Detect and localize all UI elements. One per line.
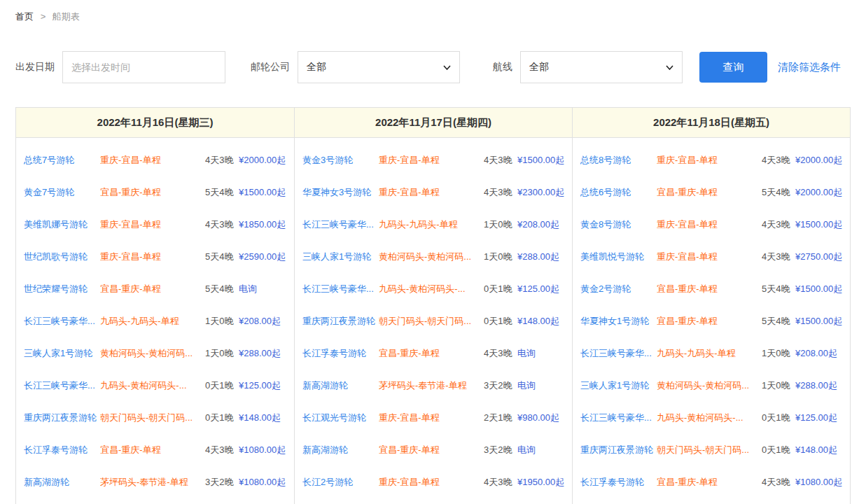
ship-name-link[interactable]: 长江三峡号豪华... (24, 315, 100, 328)
route-link[interactable]: 重庆-宜昌-单程 (100, 154, 205, 167)
route-link[interactable]: 宜昌-重庆-单程 (657, 315, 762, 328)
route-link[interactable]: 重庆-宜昌-单程 (657, 251, 762, 263)
route-link[interactable]: 朝天门码头-朝天门码... (100, 412, 205, 424)
price-link[interactable]: ¥1500.00起 (795, 218, 850, 231)
route-link[interactable]: 重庆-宜昌-单程 (100, 251, 205, 263)
price-link[interactable]: ¥148.00起 (239, 412, 294, 424)
route-link[interactable]: 朝天门码头-朝天门码... (379, 315, 484, 328)
ship-name-link[interactable]: 三峡人家1号游轮 (24, 347, 100, 360)
route-link[interactable]: 九码头-黄柏河码头-... (100, 379, 205, 392)
route-link[interactable]: 宜昌-重庆-单程 (657, 283, 762, 295)
ship-name-link[interactable]: 黄金7号游轮 (24, 186, 100, 199)
route-link[interactable]: 茅坪码头-奉节港-单程 (379, 379, 484, 392)
price-link[interactable]: ¥2590.00起 (239, 251, 294, 263)
price-link[interactable]: ¥125.00起 (517, 283, 572, 295)
route-link[interactable]: 重庆-宜昌-单程 (657, 154, 762, 167)
route-link[interactable]: 宜昌-重庆-单程 (657, 476, 762, 489)
route-link[interactable]: 重庆-宜昌-单程 (379, 186, 484, 199)
ship-name-link[interactable]: 长江孚泰号游轮 (302, 347, 379, 360)
route-link[interactable]: 重庆-宜昌-单程 (100, 218, 205, 231)
route-link[interactable]: 重庆-宜昌-单程 (657, 218, 762, 231)
ship-name-link[interactable]: 美维凯娜号游轮 (24, 218, 100, 231)
ship-name-link[interactable]: 华夏神女1号游轮 (580, 315, 657, 328)
ship-name-link[interactable]: 长江三峡号豪华... (24, 379, 100, 392)
price-link[interactable]: 电询 (517, 444, 572, 456)
ship-name-link[interactable]: 三峡人家1号游轮 (580, 379, 657, 392)
price-link[interactable]: ¥2000.00起 (795, 186, 850, 199)
price-link[interactable]: ¥1500.00起 (795, 315, 850, 328)
price-link[interactable]: ¥208.00起 (239, 315, 294, 328)
ship-name-link[interactable]: 黄金2号游轮 (580, 283, 657, 295)
price-link[interactable]: ¥125.00起 (795, 412, 850, 424)
price-link[interactable]: ¥288.00起 (795, 379, 850, 392)
ship-name-link[interactable]: 长江2号游轮 (302, 476, 379, 489)
breadcrumb-home[interactable]: 首页 (15, 11, 34, 22)
ship-name-link[interactable]: 长江三峡号豪华... (580, 412, 657, 424)
price-link[interactable]: ¥1500.00起 (239, 186, 294, 199)
ship-name-link[interactable]: 新高湖游轮 (24, 476, 100, 489)
ship-name-link[interactable]: 世纪荣耀号游轮 (24, 283, 100, 295)
ship-name-link[interactable]: 华夏神女3号游轮 (302, 186, 379, 199)
price-link[interactable]: ¥1500.00起 (795, 283, 850, 295)
ship-name-link[interactable]: 长江三峡号豪华... (302, 283, 379, 295)
price-link[interactable]: ¥208.00起 (517, 218, 572, 231)
search-button[interactable]: 查询 (699, 52, 767, 83)
price-link[interactable]: ¥2300.00起 (517, 186, 572, 199)
price-link[interactable]: ¥148.00起 (517, 315, 572, 328)
price-link[interactable]: ¥125.00起 (239, 379, 294, 392)
ship-name-link[interactable]: 世纪凯歌号游轮 (24, 251, 100, 263)
price-link[interactable]: ¥2750.00起 (795, 251, 850, 263)
ship-name-link[interactable]: 长江孚泰号游轮 (580, 476, 657, 489)
price-link[interactable]: ¥1080.00起 (795, 476, 850, 489)
price-link[interactable]: ¥2000.00起 (795, 154, 850, 167)
departure-date-input[interactable] (62, 51, 225, 83)
route-link[interactable]: 黄柏河码头-黄柏河码... (100, 347, 205, 360)
route-link[interactable]: 重庆-宜昌-单程 (379, 476, 484, 489)
price-link[interactable]: 电询 (239, 283, 294, 295)
price-link[interactable]: ¥1850.00起 (239, 218, 294, 231)
route-link[interactable]: 九码头-黄柏河码头-... (379, 283, 484, 295)
ship-name-link[interactable]: 总统6号游轮 (580, 186, 657, 199)
route-link[interactable]: 宜昌-重庆-单程 (100, 444, 205, 456)
cruise-company-select[interactable]: 全部 (298, 51, 460, 83)
route-link[interactable]: 重庆-宜昌-单程 (379, 412, 484, 424)
route-link[interactable]: 宜昌-重庆-单程 (100, 186, 205, 199)
clear-filters-link[interactable]: 清除筛选条件 (778, 61, 841, 74)
route-link[interactable]: 黄柏河码头-黄柏河码... (657, 379, 762, 392)
ship-name-link[interactable]: 重庆两江夜景游轮 (580, 444, 657, 456)
route-link[interactable]: 重庆-宜昌-单程 (379, 154, 484, 167)
route-link[interactable]: 宜昌-重庆-单程 (379, 444, 484, 456)
price-link[interactable]: ¥1080.00起 (239, 476, 294, 489)
price-link[interactable]: ¥148.00起 (795, 444, 850, 456)
ship-name-link[interactable]: 长江观光号游轮 (302, 412, 379, 424)
ship-name-link[interactable]: 黄金3号游轮 (302, 154, 379, 167)
route-link[interactable]: 朝天门码头-朝天门码... (657, 444, 762, 456)
route-link[interactable]: 宜昌-重庆-单程 (100, 283, 205, 295)
price-link[interactable]: ¥288.00起 (517, 251, 572, 263)
ship-name-link[interactable]: 重庆两江夜景游轮 (302, 315, 379, 328)
route-link[interactable]: 茅坪码头-奉节港-单程 (100, 476, 205, 489)
ship-name-link[interactable]: 总统8号游轮 (580, 154, 657, 167)
price-link[interactable]: 电询 (517, 347, 572, 360)
price-link[interactable]: 电询 (517, 379, 572, 392)
price-link[interactable]: ¥2000.00起 (239, 154, 294, 167)
ship-name-link[interactable]: 黄金8号游轮 (580, 218, 657, 231)
ship-name-link[interactable]: 新高湖游轮 (302, 444, 379, 456)
route-link[interactable]: 宜昌-重庆-单程 (379, 347, 484, 360)
ship-name-link[interactable]: 长江孚泰号游轮 (24, 444, 100, 456)
ship-name-link[interactable]: 重庆两江夜景游轮 (24, 412, 100, 424)
price-link[interactable]: ¥980.00起 (517, 412, 572, 424)
price-link[interactable]: ¥1950.00起 (517, 476, 572, 489)
ship-name-link[interactable]: 长江三峡号豪华... (580, 347, 657, 360)
route-link[interactable]: 九码头-九码头-单程 (379, 218, 484, 231)
price-link[interactable]: ¥288.00起 (239, 347, 294, 360)
ship-name-link[interactable]: 美维凯悦号游轮 (580, 251, 657, 263)
route-link[interactable]: 九码头-九码头-单程 (100, 315, 205, 328)
price-link[interactable]: ¥208.00起 (795, 347, 850, 360)
route-link[interactable]: 九码头-黄柏河码头-... (657, 412, 762, 424)
route-select[interactable]: 全部 (520, 51, 683, 83)
route-link[interactable]: 九码头-九码头-单程 (657, 347, 762, 360)
price-link[interactable]: ¥1500.00起 (517, 154, 572, 167)
ship-name-link[interactable]: 新高湖游轮 (302, 379, 379, 392)
route-link[interactable]: 黄柏河码头-黄柏河码... (379, 251, 484, 263)
